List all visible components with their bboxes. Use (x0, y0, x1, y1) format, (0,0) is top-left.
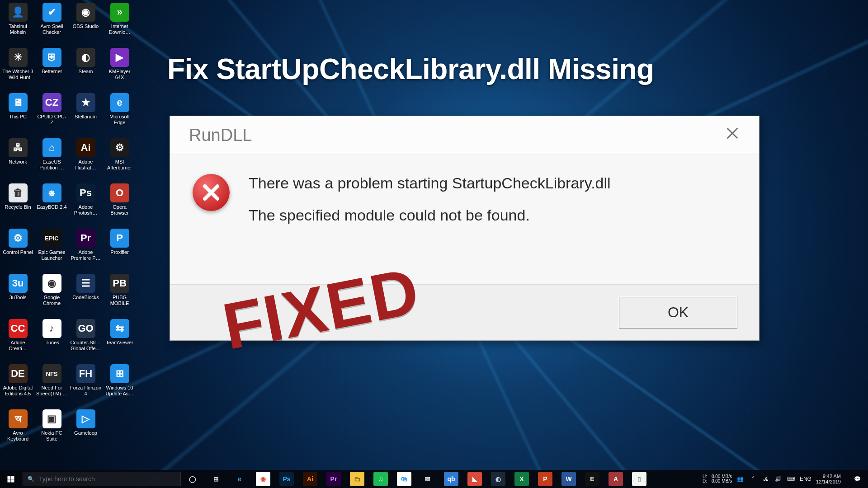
spotify-icon[interactable]: ♫ (369, 470, 392, 488)
clock[interactable]: 9:42 AM 12/14/2019 (816, 474, 844, 484)
excel-icon[interactable]: X (510, 470, 533, 488)
pinned-app-icon: 🗀 (350, 472, 364, 486)
desktop-icon[interactable]: ✔Avro Spell Checker (35, 1, 69, 46)
pinned-app-icon: ◣ (467, 472, 482, 486)
action-center-icon[interactable]: 💬 (848, 470, 866, 488)
desktop-icon[interactable]: eMicrosoft Edge (103, 91, 137, 136)
steam-icon[interactable]: ◐ (486, 470, 510, 488)
desktop-icon[interactable]: ☰CodeBlocks (69, 272, 103, 317)
desktop-icon[interactable]: 🖥This PC (1, 91, 35, 136)
language-indicator[interactable]: ENG (800, 476, 811, 482)
tray-chevron-icon[interactable]: ˄ (749, 475, 757, 483)
desktop-icon[interactable]: ◐Steam (69, 46, 103, 91)
search-input[interactable] (39, 475, 176, 483)
desktop-icon-label: Control Panel (2, 249, 34, 255)
desktop-icon[interactable]: AiAdobe Illustrat… (69, 136, 103, 182)
word-icon[interactable]: W (557, 470, 580, 488)
system-tray: U:0.00 MB/s D:0.00 MB/s 👥 ˄ 🖧 🔊 ⌨ ENG 9:… (703, 470, 868, 488)
search-box[interactable]: 🔍 (23, 472, 181, 486)
app-icon: ⛨ (42, 48, 61, 67)
search-icon: 🔍 (28, 476, 34, 482)
keyboard-icon[interactable]: ⌨ (787, 475, 795, 483)
mail-icon[interactable]: ✉ (416, 470, 439, 488)
net-down-value: 0.00 MB/s (712, 479, 732, 483)
desktop-icon[interactable]: FHForza Horizon 4 (69, 362, 103, 408)
ok-button[interactable]: OK (619, 297, 737, 328)
desktop-icon-label: Adobe Digital Editions 4.5 (2, 385, 34, 396)
app-icon: Ai (76, 138, 95, 157)
edge-icon[interactable]: e (228, 470, 251, 488)
app-icon: ◉ (42, 274, 61, 293)
desktop-icon-label: MSI Afterburner (104, 159, 136, 170)
premiere-icon[interactable]: Pr (322, 470, 345, 488)
desktop-icon[interactable]: 👤Tahsinul Mohsin (1, 1, 35, 46)
desktop-icon[interactable]: PProxifier (103, 227, 137, 272)
cortana-icon[interactable]: ◯ (181, 470, 204, 488)
desktop-icon[interactable]: ♪iTunes (35, 317, 69, 362)
desktop-icon[interactable]: ⊞Windows 10 Update As… (103, 362, 137, 408)
desktop-icon[interactable]: ◉Google Chrome (35, 272, 69, 317)
store-icon[interactable]: 🛍 (392, 470, 416, 488)
access-icon[interactable]: A (604, 470, 627, 488)
app-icon: ☰ (76, 274, 95, 293)
desktop-icon[interactable]: ⛨Betternet (35, 46, 69, 91)
desktop-icon-label: TeamViewer (104, 340, 136, 346)
pinned-app-icon: ♫ (373, 472, 388, 486)
task-view-icon[interactable]: ⊞ (204, 470, 228, 488)
app-icon: ✳ (9, 48, 28, 67)
desktop-icon[interactable]: 3u3uTools (1, 272, 35, 317)
desktop-icon[interactable]: ⌂EaseUS Partition … (35, 136, 69, 182)
desktop-icon-label: Epic Games Launcher (36, 249, 68, 261)
app-icon: ◐ (76, 48, 95, 67)
desktop-icon-label: Need For Speed(TM) … (36, 385, 68, 396)
desktop-icon[interactable]: ✳The Witcher 3 - Wild Hunt (1, 46, 35, 91)
desktop-icon-label: Adobe Photosh… (70, 204, 102, 216)
desktop-icon[interactable]: ▶KMPlayer 64X (103, 46, 137, 91)
desktop-icon[interactable]: ◉OBS Studio (69, 1, 103, 46)
desktop-icon[interactable]: 🗑Recycle Bin (1, 182, 35, 227)
desktop-icon[interactable]: PsAdobe Photosh… (69, 182, 103, 227)
app-icon: NFS (42, 364, 61, 383)
app-icon: P (110, 229, 129, 248)
close-icon[interactable] (719, 123, 745, 148)
desktop-icon-label: Nokia PC Suite (36, 430, 68, 441)
desktop-icon[interactable]: GOCounter-Str… Global Offe… (69, 317, 103, 362)
start-button[interactable] (0, 470, 22, 488)
app-icon: ⚙ (110, 138, 129, 157)
desktop-icon[interactable]: NFSNeed For Speed(TM) … (35, 362, 69, 408)
epic-icon[interactable]: E (580, 470, 604, 488)
notepad-icon[interactable]: ▯ (627, 470, 651, 488)
file-explorer-icon[interactable]: 🗀 (345, 470, 369, 488)
desktop-icon-label: Adobe Illustrat… (70, 159, 102, 170)
illustrator-icon[interactable]: Ai (298, 470, 322, 488)
desktop-icon[interactable]: 🖧Network (1, 136, 35, 182)
desktop-icon[interactable]: CZCPUID CPU-Z (35, 91, 69, 136)
desktop-icon[interactable]: CCAdobe Creati… (1, 317, 35, 362)
desktop-icon[interactable]: ⇆TeamViewer (103, 317, 137, 362)
chrome-icon[interactable]: ◉ (251, 470, 275, 488)
desktop-icon[interactable]: ▣Nokia PC Suite (35, 408, 69, 453)
desktop-icon[interactable]: OOpera Browser (103, 182, 137, 227)
desktop-icon[interactable]: ⚙MSI Afterburner (103, 136, 137, 182)
pinned-app-icon: ▯ (632, 472, 646, 486)
desktop-icon-label: KMPlayer 64X (104, 69, 136, 80)
qbittorrent-icon[interactable]: qb (439, 470, 463, 488)
clock-time: 9:42 AM (816, 474, 841, 479)
desktop-icon[interactable]: EPICEpic Games Launcher (35, 227, 69, 272)
powerpoint-icon[interactable]: P (533, 470, 557, 488)
todoist-icon[interactable]: ◣ (463, 470, 486, 488)
desktop-icon[interactable]: ⚙Control Panel (1, 227, 35, 272)
volume-icon[interactable]: 🔊 (774, 475, 783, 483)
desktop-icon[interactable]: »Internet Downlo… (103, 1, 137, 46)
desktop-icon[interactable]: PBPUBG MOBILE (103, 272, 137, 317)
desktop-icon[interactable]: PrAdobe Premiere P… (69, 227, 103, 272)
photoshop-icon[interactable]: Ps (275, 470, 298, 488)
taskbar-pinned: ◯⊞e◉PsAiPr🗀♫🛍✉qb◣◐XPWEA▯ (181, 470, 651, 488)
desktop-icon[interactable]: ⎈EasyBCD 2.4 (35, 182, 69, 227)
desktop-icon[interactable]: অAvro Keyboard (1, 408, 35, 453)
network-icon[interactable]: 🖧 (762, 475, 770, 483)
people-icon[interactable]: 👥 (736, 475, 745, 483)
desktop-icon[interactable]: DEAdobe Digital Editions 4.5 (1, 362, 35, 408)
desktop-icon[interactable]: ★Stellarium (69, 91, 103, 136)
desktop-icon[interactable]: ▷Gameloop (69, 408, 103, 453)
